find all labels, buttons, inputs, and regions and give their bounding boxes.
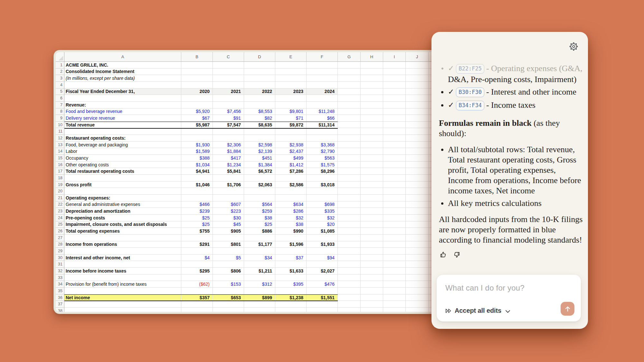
cell-H27[interactable] [361, 235, 383, 241]
cell-J37[interactable] [406, 301, 429, 308]
cell-H19[interactable] [361, 181, 383, 188]
cell-E24[interactable]: $32 [275, 215, 307, 221]
cell-E8[interactable]: $9,801 [275, 108, 307, 115]
cell-E33[interactable] [275, 274, 307, 281]
cell-F25[interactable]: $20 [307, 221, 338, 228]
row-header-28[interactable]: 28 [56, 241, 64, 248]
cell-A7[interactable]: Revenue: [64, 102, 181, 108]
cell-H24[interactable] [361, 215, 383, 221]
cell-B6[interactable] [181, 95, 213, 102]
cell-G1[interactable] [338, 62, 361, 69]
cell-J21[interactable] [406, 195, 429, 201]
cell-C9[interactable]: $91 [213, 115, 244, 122]
cell-B32[interactable]: $295 [181, 268, 213, 274]
row-header-26[interactable]: 26 [56, 228, 64, 235]
cell-A33[interactable] [64, 274, 181, 281]
cell-I33[interactable] [383, 274, 406, 281]
composer-placeholder[interactable]: What can I do for you? [445, 283, 525, 292]
cell-E25[interactable]: $38 [275, 221, 307, 228]
cell-G36[interactable] [338, 294, 361, 301]
cell-G8[interactable] [338, 108, 361, 115]
cell-B21[interactable] [181, 195, 213, 201]
cell-D11[interactable] [244, 128, 275, 135]
accept-all-edits-button[interactable]: Accept all edits [445, 307, 510, 314]
cell-A34[interactable]: Provision for (benefit from) income taxe… [64, 281, 181, 288]
cell-range-chip[interactable]: B30:F30 [456, 88, 484, 97]
cell-B29[interactable] [181, 248, 213, 255]
cell-F19[interactable]: $3,018 [307, 181, 338, 188]
cell-H21[interactable] [361, 195, 383, 201]
row-header-5[interactable]: 5 [56, 88, 64, 95]
cell-B30[interactable]: $4 [181, 255, 213, 261]
cell-C13[interactable]: $2,306 [213, 142, 244, 148]
row-header-21[interactable]: 21 [56, 195, 64, 201]
cell-E29[interactable] [275, 248, 307, 255]
cell-G23[interactable] [338, 208, 361, 215]
row-header-16[interactable]: 16 [56, 162, 64, 168]
cell-D9[interactable]: $82 [244, 115, 275, 122]
cell-A26[interactable]: Total operating expenses [64, 228, 181, 235]
cell-B38[interactable] [181, 308, 213, 312]
cell-E32[interactable]: $1,633 [275, 268, 307, 274]
cell-H10[interactable] [361, 122, 383, 128]
cell-E9[interactable]: $71 [275, 115, 307, 122]
cell-H26[interactable] [361, 228, 383, 235]
cell-C18[interactable] [213, 175, 244, 181]
cell-E37[interactable] [275, 301, 307, 308]
cell-B16[interactable]: $1,034 [181, 162, 213, 168]
cell-J34[interactable] [406, 281, 429, 288]
cell-B14[interactable]: $1,589 [181, 148, 213, 155]
cell-J14[interactable] [406, 148, 429, 155]
cell-B24[interactable]: $25 [181, 215, 213, 221]
cell-A11[interactable] [64, 128, 181, 135]
cell-I14[interactable] [383, 148, 406, 155]
cell-C23[interactable]: $223 [213, 208, 244, 215]
cell-I8[interactable] [383, 108, 406, 115]
row-header-34[interactable]: 34 [56, 281, 64, 288]
cell-A8[interactable]: Food and beverage revenue [64, 108, 181, 115]
row-header-37[interactable]: 37 [56, 301, 64, 308]
cell-C8[interactable]: $7,456 [213, 108, 244, 115]
cell-D22[interactable]: $564 [244, 201, 275, 208]
cell-F18[interactable] [307, 175, 338, 181]
cell-F5[interactable]: 2024 [307, 88, 338, 95]
cell-G6[interactable] [338, 95, 361, 102]
cell-I20[interactable] [383, 188, 406, 195]
cell-F6[interactable] [307, 95, 338, 102]
cell-J3[interactable] [406, 75, 429, 82]
row-header-18[interactable]: 18 [56, 175, 64, 181]
cell-G12[interactable] [338, 135, 361, 142]
cell-I13[interactable] [383, 142, 406, 148]
cell-H29[interactable] [361, 248, 383, 255]
cell-I38[interactable] [383, 308, 406, 312]
cell-G21[interactable] [338, 195, 361, 201]
cell-A23[interactable]: Depreciation and amortization [64, 208, 181, 215]
cell-H15[interactable] [361, 155, 383, 162]
cell-A25[interactable]: Impairment, closure costs, and asset dis… [64, 221, 181, 228]
cell-G27[interactable] [338, 235, 361, 241]
cell-H11[interactable] [361, 128, 383, 135]
cell-I2[interactable] [383, 69, 406, 75]
cell-J17[interactable] [406, 168, 429, 175]
cell-H28[interactable] [361, 241, 383, 248]
cell-A15[interactable]: Occupancy [64, 155, 181, 162]
cell-F31[interactable] [307, 261, 338, 268]
cell-B2[interactable] [181, 69, 213, 75]
cell-B27[interactable] [181, 235, 213, 241]
cell-D1[interactable] [244, 62, 275, 69]
cell-A16[interactable]: Other operating costs [64, 162, 181, 168]
cell-I32[interactable] [383, 268, 406, 274]
cell-J1[interactable] [406, 62, 429, 69]
row-header-36[interactable]: 36 [56, 294, 64, 301]
cell-H2[interactable] [361, 69, 383, 75]
cell-E11[interactable] [275, 128, 307, 135]
cell-E26[interactable]: $990 [275, 228, 307, 235]
cell-F28[interactable]: $1,933 [307, 241, 338, 248]
cell-G2[interactable] [338, 69, 361, 75]
cell-E27[interactable] [275, 235, 307, 241]
cell-B4[interactable] [181, 82, 213, 88]
cell-B18[interactable] [181, 175, 213, 181]
cell-E17[interactable]: $7,286 [275, 168, 307, 175]
cell-A21[interactable]: Operating expenses: [64, 195, 181, 201]
cell-G37[interactable] [338, 301, 361, 308]
